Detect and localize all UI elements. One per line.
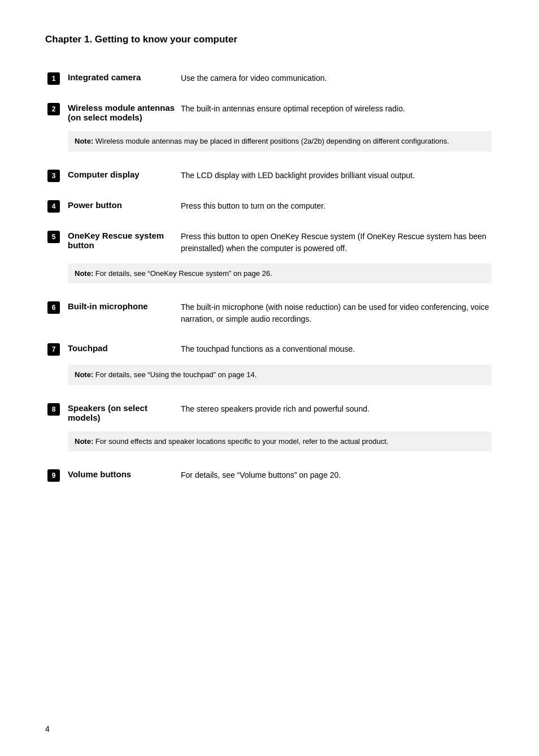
item-description: Press this button to turn on the compute… [179, 196, 494, 217]
note-cell: Note: For sound effects and speaker loca… [66, 427, 494, 456]
item-number-badge: 5 [47, 231, 60, 243]
item-description: The stereo speakers provide rich and pow… [179, 399, 494, 427]
spacer-row [45, 156, 494, 165]
note-cell: Note: For details, see “Using the touchp… [66, 360, 494, 390]
item-term: Integrated camera [66, 68, 179, 89]
note-text: Wireless module antennas may be placed i… [95, 137, 449, 145]
item-description: The LCD display with LED backlight provi… [179, 165, 494, 187]
item-term: Power button [66, 196, 179, 217]
spacer-row [45, 390, 494, 399]
note-row: Note: Wireless module antennas may be pl… [45, 127, 494, 156]
item-term: Wireless module antennas (on select mode… [66, 98, 179, 127]
item-term: Volume buttons [66, 465, 179, 486]
spacer-row [45, 456, 494, 465]
spacer-row [45, 217, 494, 226]
item-number-badge: 9 [47, 469, 60, 482]
note-label: Note: [75, 370, 95, 379]
item-term: Touchpad [66, 339, 179, 360]
table-row: 2Wireless module antennas (on select mod… [45, 98, 494, 127]
note-spacer [45, 127, 66, 156]
table-row: 7TouchpadThe touchpad functions as a con… [45, 339, 494, 360]
item-description: The built-in microphone (with noise redu… [179, 297, 494, 330]
item-description: The touchpad functions as a conventional… [179, 339, 494, 360]
item-number-badge: 2 [47, 103, 60, 115]
item-term: Speakers (on select models) [66, 399, 179, 427]
note-spacer [45, 360, 66, 390]
note-text: For details, see “Using the touchpad” on… [95, 370, 257, 379]
note-text: For details, see “OneKey Rescue system” … [95, 269, 272, 278]
table-row: 8Speakers (on select models)The stereo s… [45, 399, 494, 427]
item-number-badge: 7 [47, 343, 60, 356]
note-cell: Note: For details, see “OneKey Rescue sy… [66, 259, 494, 288]
spacer-row [45, 187, 494, 196]
note-container: Note: For sound effects and speaker loca… [68, 431, 492, 452]
item-term: Computer display [66, 165, 179, 187]
note-label: Note: [75, 137, 95, 145]
note-row: Note: For details, see “Using the touchp… [45, 360, 494, 390]
note-row: Note: For details, see “OneKey Rescue sy… [45, 259, 494, 288]
spacer-row [45, 89, 494, 98]
item-number-badge: 6 [47, 301, 60, 314]
note-container: Note: Wireless module antennas may be pl… [68, 131, 492, 152]
note-spacer [45, 427, 66, 456]
table-row: 4Power buttonPress this button to turn o… [45, 196, 494, 217]
spacer-row [45, 330, 494, 339]
item-description: The built-in antennas ensure optimal rec… [179, 98, 494, 127]
note-row: Note: For sound effects and speaker loca… [45, 427, 494, 456]
item-number-badge: 1 [47, 72, 60, 85]
note-label: Note: [75, 437, 95, 446]
item-term: Built-in microphone [66, 297, 179, 330]
table-row: 6Built-in microphoneThe built-in microph… [45, 297, 494, 330]
item-description: Use the camera for video communication. [179, 68, 494, 89]
note-label: Note: [75, 269, 95, 278]
items-table: 1Integrated cameraUse the camera for vid… [45, 68, 494, 486]
table-row: 3Computer displayThe LCD display with LE… [45, 165, 494, 187]
note-container: Note: For details, see “OneKey Rescue sy… [68, 263, 492, 284]
item-description: For details, see “Volume buttons” on pag… [179, 465, 494, 486]
item-number-badge: 8 [47, 403, 60, 416]
table-row: 9Volume buttonsFor details, see “Volume … [45, 465, 494, 486]
table-row: 1Integrated cameraUse the camera for vid… [45, 68, 494, 89]
chapter-title: Chapter 1. Getting to know your computer [45, 34, 494, 45]
item-number-badge: 4 [47, 200, 60, 213]
table-row: 5OneKey Rescue system buttonPress this b… [45, 226, 494, 259]
note-text: For sound effects and speaker locations … [95, 437, 389, 446]
item-term: OneKey Rescue system button [66, 226, 179, 259]
item-number-badge: 3 [47, 170, 60, 182]
page-number: 4 [45, 724, 50, 733]
spacer-row [45, 288, 494, 297]
note-container: Note: For details, see “Using the touchp… [68, 365, 492, 385]
item-description: Press this button to open OneKey Rescue … [179, 226, 494, 259]
note-spacer [45, 259, 66, 288]
note-cell: Note: Wireless module antennas may be pl… [66, 127, 494, 156]
